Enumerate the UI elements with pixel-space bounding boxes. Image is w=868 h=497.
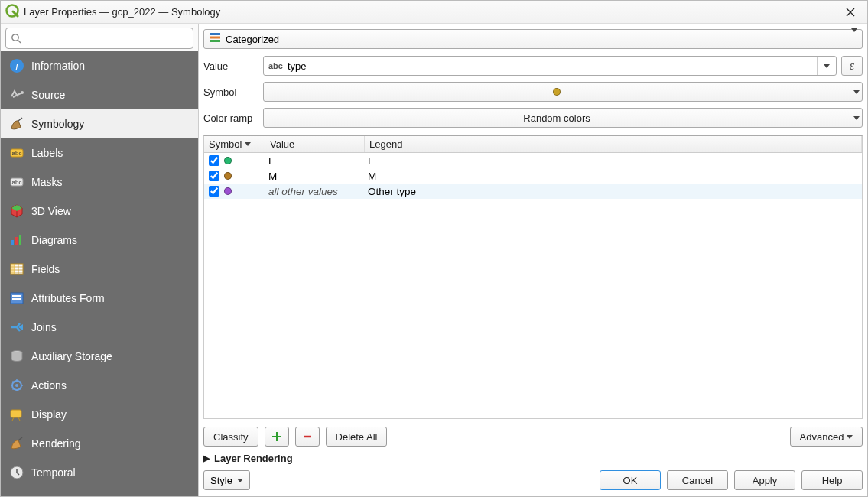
col-header-legend[interactable]: Legend [365,136,862,152]
classification-table: Symbol Value Legend FFMMall other values… [203,135,863,419]
close-button[interactable] [840,4,861,21]
svg-point-1 [12,34,18,41]
sidebar-item-label: Labels [31,147,63,159]
sidebar-item-labels[interactable]: abcLabels [1,138,198,167]
sidebar-item-label: Joins [31,321,57,333]
row-legend: M [365,171,862,182]
remove-class-button[interactable] [295,427,320,447]
row-visibility-checkbox[interactable] [209,155,219,166]
chevron-down-icon [847,435,853,439]
row-symbol-dot [224,172,232,180]
ok-button[interactable]: OK [600,470,661,490]
chevron-down-icon[interactable] [850,83,862,101]
apply-button[interactable]: Apply [734,470,795,490]
chevron-down-icon [237,479,243,482]
svg-rect-16 [12,298,21,300]
sidebar-item-joins[interactable]: Joins [1,313,198,342]
advanced-button[interactable]: Advanced [790,427,863,447]
svg-rect-21 [11,410,21,417]
symbol-label: Symbol [203,86,258,98]
sidebar-item-fields[interactable]: Fields [1,255,198,284]
style-button[interactable]: Style [203,470,250,490]
row-symbol-dot [224,187,232,195]
minus-icon [302,431,313,442]
sidebar-item-source[interactable]: Source [1,80,198,109]
svg-point-4 [21,91,24,94]
sidebar-item-label: Fields [31,263,60,275]
cancel-button[interactable]: Cancel [667,470,728,490]
table-row[interactable]: FF [204,153,862,168]
svg-rect-23 [210,33,220,35]
color-ramp-button[interactable]: Random colors [263,108,863,128]
sidebar-item-symbology[interactable]: Symbology [1,109,198,138]
sidebar-search[interactable] [5,28,193,49]
sidebar-item-label: Source [31,89,65,101]
table-row[interactable]: MM [204,168,862,184]
table-body: FFMMall other valuesOther type [204,153,862,418]
symbology-icon [8,115,25,132]
window-title: Layer Properties — gcp_2022 — Symbology [24,6,220,18]
chevron-down-icon[interactable] [850,109,862,127]
sidebar-item-information[interactable]: iInformation [1,51,198,80]
sidebar-item-actions[interactable]: Actions [1,371,198,400]
value-field-combo[interactable]: abc type [263,56,837,76]
sidebar-item-label: Actions [31,379,67,391]
sidebar-item-3dview[interactable]: 3D View [1,197,198,226]
fields-icon [8,261,25,278]
search-icon [11,33,21,44]
expression-button[interactable]: ε [841,56,863,76]
sidebar-item-label: Rendering [31,437,81,450]
sort-indicator-icon [245,142,251,146]
3dview-icon [8,203,25,219]
sidebar-item-temporal[interactable]: Temporal [1,458,198,487]
sidebar-item-attributes-form[interactable]: Attributes Form [1,284,198,313]
col-header-value[interactable]: Value [265,136,365,152]
sidebar-item-auxiliary-storage[interactable]: Auxiliary Storage [1,342,198,371]
svg-rect-25 [210,40,220,42]
source-icon [8,86,25,103]
svg-rect-9 [11,240,14,245]
sidebar-item-label: Attributes Form [31,292,105,304]
svg-text:abc: abc [12,179,22,186]
titlebar: Layer Properties — gcp_2022 — Symbology [1,1,867,24]
row-value: F [265,155,365,167]
content-pane: Categorized Value abc type ε Symbol [199,24,867,496]
row-value: all other values [265,186,365,197]
help-button[interactable]: Help [801,470,863,490]
renderer-type-combo[interactable]: Categorized [203,29,863,49]
plus-icon [271,431,282,442]
color-ramp-text: Random colors [264,112,850,124]
svg-rect-10 [15,237,18,245]
labels-icon: abc [8,145,25,161]
sidebar: iInformationSourceSymbologyabcLabelsabcM… [1,24,199,496]
classify-button[interactable]: Classify [203,427,258,447]
svg-rect-11 [19,235,21,245]
symbol-button[interactable] [263,82,863,102]
sidebar-item-label: Display [31,408,67,421]
search-input[interactable] [24,33,188,44]
diagrams-icon [8,232,25,248]
value-label: Value [203,60,258,72]
sidebar-item-label: 3D View [31,205,71,217]
delete-all-button[interactable]: Delete All [326,427,388,447]
abc-type-icon: abc [268,61,283,70]
svg-text:abc: abc [12,150,22,157]
row-visibility-checkbox[interactable] [209,171,219,181]
svg-point-20 [15,384,18,387]
sidebar-item-label: Diagrams [31,234,77,246]
row-visibility-checkbox[interactable] [209,186,219,197]
add-class-button[interactable] [265,427,289,447]
layer-rendering-collapse[interactable]: ▶ Layer Rendering [203,453,863,464]
sidebar-item-display[interactable]: Display [1,400,198,429]
col-header-symbol[interactable]: Symbol [204,136,265,152]
sidebar-item-masks[interactable]: abcMasks [1,167,198,197]
chevron-down-icon [851,32,857,46]
sidebar-item-label: Auxiliary Storage [31,350,112,362]
row-symbol-dot [224,157,232,164]
table-row[interactable]: all other valuesOther type [204,184,862,199]
svg-rect-15 [12,295,21,297]
sidebar-item-rendering[interactable]: Rendering [1,429,198,458]
joins-icon [8,319,25,336]
sidebar-item-diagrams[interactable]: Diagrams [1,226,198,255]
row-legend: Other type [365,186,862,197]
